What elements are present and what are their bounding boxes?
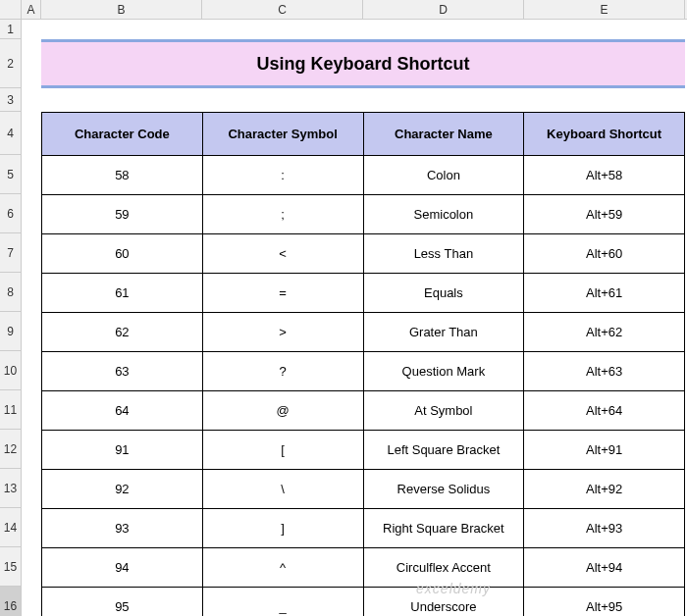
cell-name[interactable]: Equals xyxy=(363,274,524,313)
cell-symbol[interactable]: : xyxy=(202,156,363,195)
row-header-2[interactable]: 2 xyxy=(0,39,21,88)
table-header-row: Character Code Character Symbol Characte… xyxy=(42,113,685,156)
data-table: Character Code Character Symbol Characte… xyxy=(41,112,685,616)
row-header-5[interactable]: 5 xyxy=(0,155,21,194)
table-row: 95_UnderscoreAlt+95 xyxy=(42,588,685,617)
cell-name[interactable]: Colon xyxy=(363,156,524,195)
table-row: 93]Right Square BracketAlt+93 xyxy=(42,509,685,548)
col-header-b[interactable]: B xyxy=(41,0,202,19)
row-header-1[interactable]: 1 xyxy=(0,20,21,39)
cell-shortcut[interactable]: Alt+60 xyxy=(524,234,685,274)
cell-shortcut[interactable]: Alt+62 xyxy=(524,313,685,352)
cell-code[interactable]: 58 xyxy=(42,156,203,195)
cell-symbol[interactable]: _ xyxy=(202,588,363,617)
cell-symbol[interactable]: @ xyxy=(202,391,363,431)
cell-code[interactable]: 92 xyxy=(42,470,203,509)
col-header-e[interactable]: E xyxy=(524,0,685,19)
cell-code[interactable]: 62 xyxy=(42,313,203,352)
table-row: 92\Reverse SolidusAlt+92 xyxy=(42,470,685,509)
cell-symbol[interactable]: ] xyxy=(202,509,363,548)
title-banner[interactable]: Using Keyboard Shortcut xyxy=(41,39,685,88)
row-header-16[interactable]: 16 xyxy=(0,587,21,616)
cell-symbol[interactable]: < xyxy=(202,234,363,274)
cell-symbol[interactable]: > xyxy=(202,313,363,352)
cell-name[interactable]: Grater Than xyxy=(363,313,524,352)
row-header-14[interactable]: 14 xyxy=(0,508,21,547)
spacer-row xyxy=(22,88,687,112)
cell-name[interactable]: At Symbol xyxy=(363,391,524,431)
cell-symbol[interactable]: \ xyxy=(202,470,363,509)
table-row: 61=EqualsAlt+61 xyxy=(42,274,685,313)
grid-area[interactable]: Using Keyboard Shortcut Character Code C… xyxy=(22,39,687,616)
table-row: 62>Grater ThanAlt+62 xyxy=(42,313,685,352)
cell-shortcut[interactable]: Alt+94 xyxy=(524,548,685,588)
cell-shortcut[interactable]: Alt+64 xyxy=(524,391,685,431)
cell-symbol[interactable]: ? xyxy=(202,352,363,391)
table-row: 60<Less ThanAlt+60 xyxy=(42,234,685,274)
col-headers: A B C D E xyxy=(22,0,687,20)
table-row: 64@At SymbolAlt+64 xyxy=(42,391,685,431)
cell-code[interactable]: 93 xyxy=(42,509,203,548)
header-shortcut[interactable]: Keyboard Shortcut xyxy=(524,113,685,156)
row-header-7[interactable]: 7 xyxy=(0,233,21,273)
cell-shortcut[interactable]: Alt+61 xyxy=(524,274,685,313)
header-name[interactable]: Character Name xyxy=(363,113,524,156)
cell-shortcut[interactable]: Alt+63 xyxy=(524,352,685,391)
cell-code[interactable]: 60 xyxy=(42,234,203,274)
header-code[interactable]: Character Code xyxy=(42,113,203,156)
row-header-12[interactable]: 12 xyxy=(0,430,21,469)
row-header-6[interactable]: 6 xyxy=(0,194,21,233)
row-header-10[interactable]: 10 xyxy=(0,351,21,390)
cell-symbol[interactable]: ^ xyxy=(202,548,363,588)
table-row: 91[Left Square BracketAlt+91 xyxy=(42,431,685,470)
cell-code[interactable]: 64 xyxy=(42,391,203,431)
cell-code[interactable]: 63 xyxy=(42,352,203,391)
header-symbol[interactable]: Character Symbol xyxy=(202,113,363,156)
row-header-8[interactable]: 8 xyxy=(0,273,21,312)
cell-name[interactable]: Question Mark xyxy=(363,352,524,391)
cell-shortcut[interactable]: Alt+95 xyxy=(524,588,685,617)
cell-code[interactable]: 95 xyxy=(42,588,203,617)
row-header-4[interactable]: 4 xyxy=(0,112,21,155)
cell-name[interactable]: Right Square Bracket xyxy=(363,509,524,548)
cell-name[interactable]: Reverse Solidus xyxy=(363,470,524,509)
cell-symbol[interactable]: ; xyxy=(202,195,363,234)
cell-name[interactable]: Underscore xyxy=(363,588,524,617)
row-headers: 1 2 3 4 5 6 7 8 9 10 11 12 13 14 15 16 xyxy=(0,0,22,616)
cell-symbol[interactable]: = xyxy=(202,274,363,313)
row-header-9[interactable]: 9 xyxy=(0,312,21,351)
table-row: 59;SemicolonAlt+59 xyxy=(42,195,685,234)
cell-name[interactable]: Less Than xyxy=(363,234,524,274)
cell-code[interactable]: 61 xyxy=(42,274,203,313)
cell-code[interactable]: 59 xyxy=(42,195,203,234)
cell-shortcut[interactable]: Alt+93 xyxy=(524,509,685,548)
cell-name[interactable]: Semicolon xyxy=(363,195,524,234)
col-header-c[interactable]: C xyxy=(202,0,363,19)
cell-shortcut[interactable]: Alt+58 xyxy=(524,156,685,195)
corner-cell[interactable] xyxy=(0,0,21,20)
row-header-13[interactable]: 13 xyxy=(0,469,21,508)
cell-shortcut[interactable]: Alt+91 xyxy=(524,431,685,470)
table-body: 58:ColonAlt+5859;SemicolonAlt+5960<Less … xyxy=(42,156,685,617)
table-row: 63?Question MarkAlt+63 xyxy=(42,352,685,391)
row-header-3[interactable]: 3 xyxy=(0,88,21,112)
col-header-a[interactable]: A xyxy=(22,0,41,19)
content-area: A B C D E Using Keyboard Shortcut Charac… xyxy=(22,0,687,616)
row-header-15[interactable]: 15 xyxy=(0,547,21,587)
table-row: 58:ColonAlt+58 xyxy=(42,156,685,195)
table-row: 94^Circulflex AccentAlt+94 xyxy=(42,548,685,588)
cell-code[interactable]: 94 xyxy=(42,548,203,588)
spreadsheet: 1 2 3 4 5 6 7 8 9 10 11 12 13 14 15 16 A… xyxy=(0,0,687,616)
cell-name[interactable]: Circulflex Accent xyxy=(363,548,524,588)
cell-shortcut[interactable]: Alt+92 xyxy=(524,470,685,509)
cell-name[interactable]: Left Square Bracket xyxy=(363,431,524,470)
col-header-d[interactable]: D xyxy=(363,0,524,19)
row-header-11[interactable]: 11 xyxy=(0,390,21,430)
cell-code[interactable]: 91 xyxy=(42,431,203,470)
cell-symbol[interactable]: [ xyxy=(202,431,363,470)
cell-shortcut[interactable]: Alt+59 xyxy=(524,195,685,234)
